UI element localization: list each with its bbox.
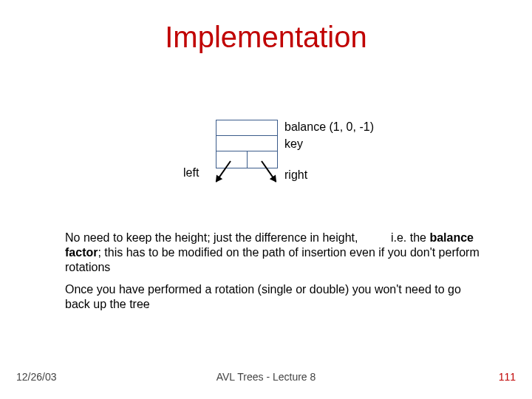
label-key: key — [284, 137, 303, 151]
paragraph-2: Once you have performed a rotation (sing… — [65, 282, 486, 312]
node-row-key — [216, 136, 277, 151]
footer-page-number: 111 — [499, 371, 516, 383]
slide-title: Implementation — [0, 21, 532, 54]
label-left: left — [183, 166, 199, 180]
para1-gap — [358, 231, 390, 244]
para1-lead: No need to keep the height; just the dif… — [65, 231, 358, 244]
label-right: right — [284, 168, 307, 182]
paragraph-1: No need to keep the height; just the dif… — [65, 231, 486, 275]
node-cell-left — [216, 151, 248, 168]
node-row-balance — [216, 120, 277, 136]
label-balance: balance (1, 0, -1) — [284, 120, 374, 134]
footer-center: AVL Trees - Lecture 8 — [0, 371, 532, 383]
para1-ie: i.e. the — [391, 231, 429, 244]
node-diagram — [216, 120, 278, 168]
para1-rest: ; this has to be modified on the path of… — [65, 246, 480, 273]
node-cell-right — [248, 151, 278, 168]
